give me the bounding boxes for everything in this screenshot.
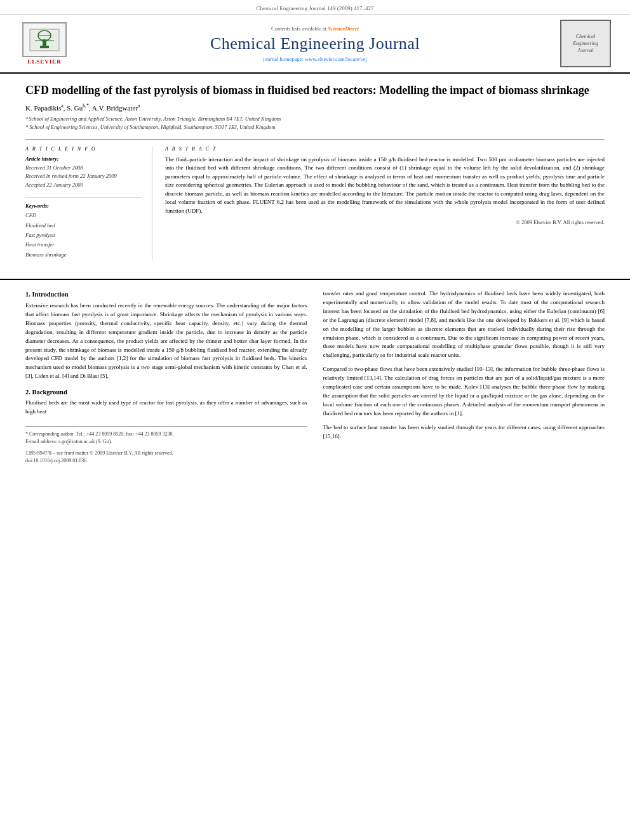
abstract-column: A B S T R A C T The fluid–particle inter… [165,146,605,260]
section2-heading: 2. Background [25,389,307,396]
homepage-url[interactable]: www.elsevier.com/locate/cej [305,56,367,62]
body-content: 1. Introduction Extensive research has b… [0,279,630,477]
article-info-label: A R T I C L E I N F O [25,146,142,152]
journal-citation: Chemical Engineering Journal 149 (2009) … [256,5,373,11]
history-label: Article history: [25,156,142,162]
cej-logo-text: ChemicalEngineeringJournal [573,33,598,55]
top-bar: Chemical Engineering Journal 149 (2009) … [0,0,630,15]
copyright: © 2009 Elsevier B.V. All rights reserved… [165,219,605,225]
science-direct-line: Contents lists available at ScienceDirec… [83,25,547,32]
right-text-1: transfer rates and good temperature cont… [323,290,605,361]
right-text-2: Compared to two-phase flows that have be… [323,365,605,418]
section1-text: Extensive research has been conducted re… [25,302,307,381]
elsevier-logo: ELSEVIER [19,22,70,65]
article-info-abstract-section: A R T I C L E I N F O Article history: R… [25,139,605,260]
footnote-area: * Corresponding author. Tel.: +44 23 805… [25,426,307,465]
article-info-column: A R T I C L E I N F O Article history: R… [25,146,152,260]
page: Chemical Engineering Journal 149 (2009) … [0,0,630,840]
abstract-label: A B S T R A C T [165,146,605,152]
journal-homepage: journal homepage: www.elsevier.com/locat… [83,56,547,62]
elsevier-logo-image [22,22,67,57]
affiliation-a: ᵃ School of Engineering and Applied Scie… [25,115,605,123]
article-title: CFD modelling of the fast pyrolysis of b… [25,83,605,98]
authors: K. Papadikisa, S. Gub,*, A.V. Bridgwater… [25,103,605,112]
affiliation-b: ᵇ School of Engineering Sciences, Univer… [25,123,605,131]
keywords-list: CFD Fluidized bed Fast pyrolysis Heat tr… [25,211,142,259]
section1-heading: 1. Introduction [25,291,307,298]
affiliations: ᵃ School of Engineering and Applied Scie… [25,115,605,131]
right-text-3: The bed to surface heat transfer has bee… [323,423,605,441]
body-left-column: 1. Introduction Extensive research has b… [25,290,307,465]
keywords-label: Keywords: [25,203,142,209]
homepage-label: journal homepage: [263,56,304,62]
journal-center: Contents lists available at ScienceDirec… [70,25,560,62]
body-two-column: 1. Introduction Extensive research has b… [25,290,605,465]
corresponding-author-note: * Corresponding author. Tel.: +44 23 805… [25,430,307,446]
svg-rect-5 [40,46,49,48]
abstract-text: The fluid–particle interaction and the i… [165,156,605,216]
article-history: Article history: Received 31 October 200… [25,156,142,190]
section2-text: Fluidised beds are the most widely used … [25,399,307,417]
main-content: CFD modelling of the fast pyrolysis of b… [0,74,630,272]
journal-title: Chemical Engineering Journal [83,34,547,53]
thinner-word: thinner [206,338,222,344]
cej-logo: ChemicalEngineeringJournal [560,20,611,67]
bottom-note: 1385-8947/$ – see front matter © 2009 El… [25,450,307,465]
elsevier-brand-text: ELSEVIER [27,58,62,65]
journal-header: ELSEVIER Contents lists available at Sci… [0,15,630,74]
body-right-column: transfer rates and good temperature cont… [323,290,605,465]
keywords-block: Keywords: CFD Fluidized bed Fast pyrolys… [25,203,142,259]
received-date: Received 31 October 2008 Received in rev… [25,164,142,190]
